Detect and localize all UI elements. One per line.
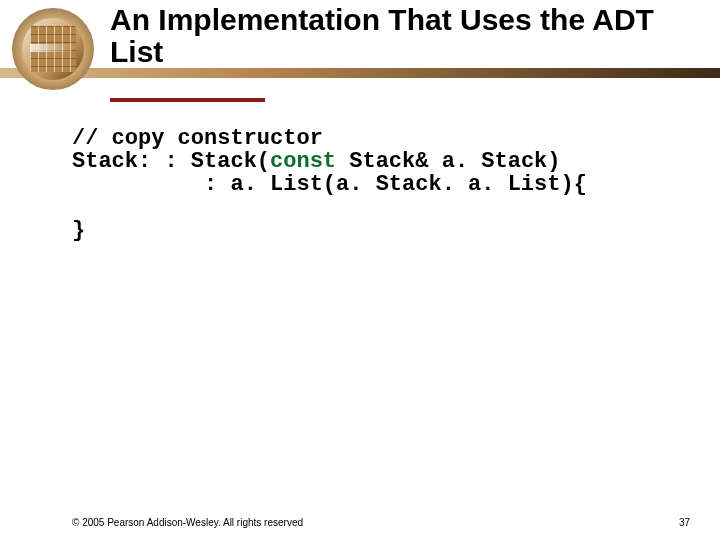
code-block: // copy constructor Stack: : Stack(const…: [72, 128, 690, 242]
publisher-logo: [12, 8, 94, 90]
keyword-const: const: [270, 149, 336, 174]
code-line-2a: Stack: : Stack(: [72, 149, 270, 174]
decorative-top-band: [0, 68, 720, 78]
slide: An Implementation That Uses the ADT List…: [0, 0, 720, 540]
code-line-2b: Stack& a. Stack): [336, 149, 560, 174]
code-line-5: }: [72, 218, 85, 243]
page-number: 37: [679, 517, 690, 528]
code-line-4: [72, 195, 85, 220]
title-underline: [110, 98, 265, 102]
code-line-3: : a. List(a. Stack. a. List){: [72, 172, 587, 197]
slide-title: An Implementation That Uses the ADT List: [110, 4, 700, 69]
code-line-1: // copy constructor: [72, 126, 323, 151]
copyright-text: © 2005 Pearson Addison-Wesley. All right…: [72, 517, 303, 528]
slide-footer: © 2005 Pearson Addison-Wesley. All right…: [72, 517, 690, 528]
